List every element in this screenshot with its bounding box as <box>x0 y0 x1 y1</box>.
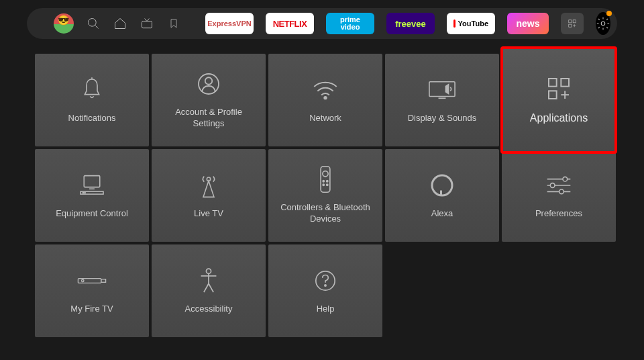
sliders-icon <box>545 172 572 199</box>
equipment-icon <box>78 172 105 199</box>
apps-grid-icon[interactable] <box>561 13 584 34</box>
tile-applications[interactable]: Applications <box>502 48 616 152</box>
app-shortcut-netflix[interactable]: NETFLIX <box>266 13 314 34</box>
remote-icon <box>319 166 332 193</box>
app-label: news <box>516 18 539 29</box>
help-icon <box>314 267 337 294</box>
tile-myfiretv[interactable]: My Fire TV <box>35 244 149 337</box>
tile-label: Accessibility <box>185 304 233 315</box>
tile-label: Controllers & Bluetooth Devices <box>275 202 376 225</box>
svg-rect-17 <box>549 91 557 99</box>
svg-rect-20 <box>84 175 100 187</box>
svg-line-46 <box>209 283 213 292</box>
app-shortcut-freevee[interactable]: freevee <box>386 13 435 34</box>
svg-point-12 <box>324 97 326 99</box>
svg-point-48 <box>325 284 326 285</box>
svg-point-24 <box>85 192 85 193</box>
person-icon <box>197 71 221 97</box>
tile-label: Network <box>309 113 341 124</box>
tile-notifications[interactable]: Notifications <box>35 54 149 146</box>
svg-rect-16 <box>561 79 569 87</box>
svg-point-28 <box>323 181 324 182</box>
tile-label: Display & Sounds <box>408 113 477 124</box>
app-shortcut-news[interactable]: news <box>507 13 549 34</box>
search-icon[interactable] <box>86 16 101 31</box>
svg-point-29 <box>327 181 328 182</box>
bell-icon <box>81 77 103 103</box>
alexa-ring-icon <box>430 172 454 199</box>
apps-plus-icon <box>545 75 572 102</box>
svg-point-11 <box>205 77 213 85</box>
tile-label: Applications <box>530 111 588 126</box>
app-label: YouTube <box>458 19 488 28</box>
tile-display[interactable]: Display & Sounds <box>385 54 499 146</box>
svg-rect-3 <box>569 20 572 23</box>
tile-alexa[interactable]: Alexa <box>385 149 499 242</box>
tile-equipment[interactable]: Equipment Control <box>35 149 149 242</box>
tile-label: Equipment Control <box>56 208 128 220</box>
svg-rect-5 <box>569 24 572 27</box>
svg-line-1 <box>95 26 99 29</box>
profile-avatar[interactable] <box>54 13 74 34</box>
tile-preferences[interactable]: Preferences <box>502 149 616 242</box>
app-shortcut-expressvpn[interactable]: ExpressVPN <box>205 13 254 34</box>
svg-point-31 <box>327 184 328 185</box>
tile-label: Preferences <box>535 208 582 220</box>
tile-label: Live TV <box>194 208 223 220</box>
app-shortcut-youtube[interactable]: YouTube <box>447 13 495 34</box>
tile-network[interactable]: Network <box>268 54 382 146</box>
app-label: ExpressVPN <box>207 19 251 28</box>
livetv-nav-icon[interactable] <box>140 16 154 31</box>
tile-label: Notifications <box>68 113 116 124</box>
antenna-icon <box>198 172 219 199</box>
settings-grid: Notifications Account & Profile Settings… <box>0 47 644 344</box>
svg-rect-2 <box>142 21 152 28</box>
svg-line-45 <box>204 283 209 292</box>
app-label: prime video <box>333 16 368 31</box>
svg-point-36 <box>550 183 555 187</box>
app-label: NETFLIX <box>273 19 307 29</box>
tv-sound-icon <box>427 77 457 103</box>
svg-rect-26 <box>321 167 330 193</box>
svg-point-42 <box>206 269 211 273</box>
svg-point-34 <box>563 177 568 181</box>
svg-rect-40 <box>101 279 106 282</box>
tile-help[interactable]: Help <box>268 244 382 337</box>
svg-point-8 <box>601 21 605 26</box>
youtube-play-icon <box>453 19 455 28</box>
top-nav-bar: ExpressVPN NETFLIX prime video freevee Y… <box>27 8 617 39</box>
tile-label: My Fire TV <box>70 304 113 315</box>
bookmark-icon[interactable] <box>166 16 181 31</box>
accessibility-icon <box>199 267 219 294</box>
tile-label: Alexa <box>431 208 453 220</box>
tile-label: Account & Profile Settings <box>158 107 259 130</box>
svg-point-23 <box>83 192 83 193</box>
tile-controllers[interactable]: Controllers & Bluetooth Devices <box>268 149 382 242</box>
firetv-stick-icon <box>76 267 107 294</box>
svg-point-30 <box>323 184 324 185</box>
app-label: freevee <box>395 19 426 29</box>
tile-account[interactable]: Account & Profile Settings <box>152 54 266 146</box>
svg-point-27 <box>323 171 328 177</box>
home-icon[interactable] <box>113 16 127 31</box>
svg-point-38 <box>559 189 564 194</box>
app-shortcut-primevideo[interactable]: prime video <box>326 13 374 34</box>
tile-livetv[interactable]: Live TV <box>152 149 266 242</box>
tile-accessibility[interactable]: Accessibility <box>152 244 266 337</box>
svg-point-0 <box>89 19 97 27</box>
svg-point-41 <box>82 279 84 281</box>
wifi-icon <box>312 77 339 103</box>
svg-rect-4 <box>573 20 576 23</box>
svg-rect-15 <box>549 79 557 87</box>
tile-label: Help <box>317 304 335 315</box>
settings-gear-icon[interactable] <box>596 12 610 35</box>
